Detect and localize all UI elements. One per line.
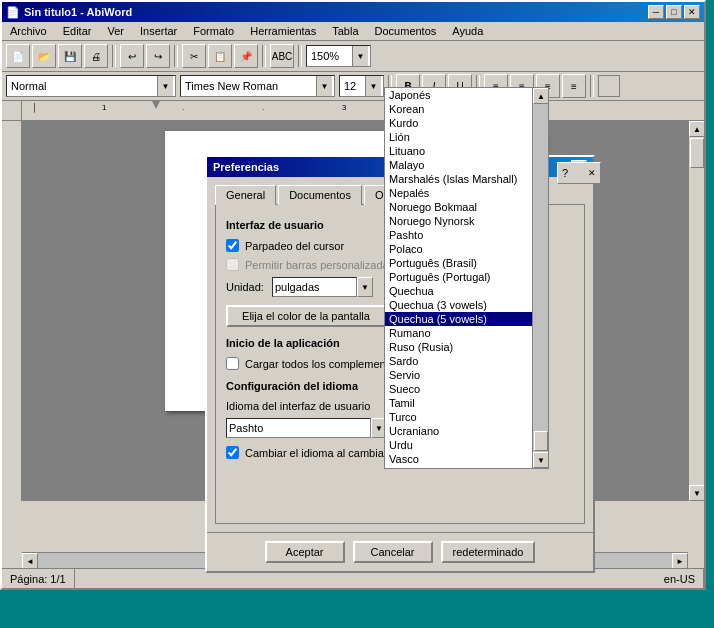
lang-sardo[interactable]: Sardo: [385, 354, 532, 368]
lang-nepales[interactable]: Nepalés: [385, 186, 532, 200]
zoom-combo[interactable]: 150% ▼: [306, 45, 371, 67]
lang-noruego-bokmaal[interactable]: Noruego Bokmaal: [385, 200, 532, 214]
custom-toolbars-label: Permitir barras personalizadas: [245, 259, 394, 271]
menu-archivo[interactable]: Archivo: [6, 24, 51, 38]
help-icon[interactable]: ?: [562, 167, 568, 179]
ruler-cursor: [152, 101, 160, 117]
scroll-left-button[interactable]: ◄: [22, 553, 38, 569]
lang-pashto[interactable]: Pashto: [385, 228, 532, 242]
units-select-arrow[interactable]: ▼: [357, 277, 373, 297]
menu-tabla[interactable]: Tabla: [328, 24, 362, 38]
lang-portugues-portugal[interactable]: Português (Portugal): [385, 270, 532, 284]
ruler-area: │ 1 . . 3: [2, 101, 704, 121]
undo-button[interactable]: ↩: [120, 44, 144, 68]
font-arrow-icon[interactable]: ▼: [316, 76, 332, 96]
lang-urdu[interactable]: Urdu: [385, 438, 532, 452]
scroll-right-button[interactable]: ►: [672, 553, 688, 569]
save-button[interactable]: 💾: [58, 44, 82, 68]
cursor-blink-checkbox[interactable]: [226, 239, 239, 252]
open-button[interactable]: 📂: [32, 44, 56, 68]
menu-formato[interactable]: Formato: [189, 24, 238, 38]
lang-tamil[interactable]: Tamil: [385, 396, 532, 410]
cancel-button[interactable]: Cancelar: [353, 541, 433, 563]
print-button[interactable]: 🖨: [84, 44, 108, 68]
page-status: Página: 1/1: [2, 569, 75, 588]
lang-quechua-3[interactable]: Quechua (3 vowels): [385, 298, 532, 312]
lang-noruego-nynorsk[interactable]: Noruego Nynorsk: [385, 214, 532, 228]
lang-turco[interactable]: Turco: [385, 410, 532, 424]
scroll-down-button[interactable]: ▼: [689, 485, 704, 501]
cut-button[interactable]: ✂: [182, 44, 206, 68]
menu-ver[interactable]: Ver: [103, 24, 128, 38]
copy-button[interactable]: 📋: [208, 44, 232, 68]
lang-polaco[interactable]: Polaco: [385, 242, 532, 256]
ruler-corner: [2, 101, 22, 121]
lang-vietnamita[interactable]: Vietnamita: [385, 466, 532, 468]
font-value: Times New Roman: [183, 80, 316, 92]
ui-lang-label: Idioma del interfaz de usuario: [226, 400, 370, 412]
tab-documentos[interactable]: Documentos: [278, 185, 362, 205]
lang-japones[interactable]: Japonés: [385, 88, 532, 102]
menu-documentos[interactable]: Documentos: [371, 24, 441, 38]
dropdown-scroll-down[interactable]: ▼: [533, 452, 548, 468]
lang-portugues-brasil[interactable]: Português (Brasil): [385, 256, 532, 270]
lang-lituano[interactable]: Lituano: [385, 144, 532, 158]
size-arrow-icon[interactable]: ▼: [365, 76, 381, 96]
lang-malayo[interactable]: Malayo: [385, 158, 532, 172]
lang-servio[interactable]: Servio: [385, 368, 532, 382]
dropdown-scroll-up[interactable]: ▲: [533, 88, 548, 104]
ruler-label-1: │: [32, 103, 37, 112]
units-select-wrap: pulgadas ▼: [272, 277, 373, 297]
ui-lang-value: Pashto: [229, 422, 263, 434]
paste-button[interactable]: 📌: [234, 44, 258, 68]
ruler-label-4: .: [262, 103, 264, 112]
color-button[interactable]: [598, 75, 620, 97]
lang-rumano[interactable]: Rumano: [385, 326, 532, 340]
style-combo[interactable]: Normal ▼: [6, 75, 176, 97]
dropdown-scroll-thumb[interactable]: [534, 431, 548, 451]
menu-insertar[interactable]: Insertar: [136, 24, 181, 38]
ruler-label-5: 3: [342, 103, 346, 112]
lang-ucraniano[interactable]: Ucraniano: [385, 424, 532, 438]
font-combo[interactable]: Times New Roman ▼: [180, 75, 335, 97]
close-button[interactable]: ✕: [684, 5, 700, 19]
load-plugins-checkbox[interactable]: [226, 357, 239, 370]
change-lang-checkbox[interactable]: [226, 446, 239, 459]
ruler: │ 1 . . 3: [22, 101, 704, 121]
redo-button[interactable]: ↪: [146, 44, 170, 68]
scrollbar-thumb[interactable]: [690, 138, 704, 168]
spellcheck-button[interactable]: ABC: [270, 44, 294, 68]
maximize-button[interactable]: □: [666, 5, 682, 19]
reset-button[interactable]: redeterminado: [441, 541, 536, 563]
load-plugins-label: Cargar todos los complemento: [245, 358, 395, 370]
style-arrow-icon[interactable]: ▼: [157, 76, 173, 96]
help-close-icon[interactable]: ✕: [588, 168, 596, 178]
color-button[interactable]: Elija el color de la pantalla: [226, 305, 386, 327]
lang-kurdo[interactable]: Kurdo: [385, 116, 532, 130]
lang-quechua[interactable]: Quechua: [385, 284, 532, 298]
zoom-arrow-icon[interactable]: ▼: [352, 46, 368, 66]
menu-herramientas[interactable]: Herramientas: [246, 24, 320, 38]
units-select[interactable]: pulgadas: [272, 277, 357, 297]
lang-lion[interactable]: Lión: [385, 130, 532, 144]
dialog-buttons: Aceptar Cancelar redeterminado: [207, 532, 593, 571]
minimize-button[interactable]: ─: [648, 5, 664, 19]
custom-toolbars-checkbox[interactable]: [226, 258, 239, 271]
tab-general[interactable]: General: [215, 185, 276, 205]
ui-lang-select[interactable]: Pashto: [226, 418, 371, 438]
menu-editar[interactable]: Editar: [59, 24, 96, 38]
lang-vasco[interactable]: Vasco: [385, 452, 532, 466]
lang-sueco[interactable]: Sueco: [385, 382, 532, 396]
lang-quechua-5[interactable]: Quechua (5 vowels): [385, 312, 532, 326]
justify-button[interactable]: ≡: [562, 74, 586, 98]
language-status: en-US: [656, 569, 704, 588]
menu-ayuda[interactable]: Ayuda: [448, 24, 487, 38]
lang-ruso[interactable]: Ruso (Rusia): [385, 340, 532, 354]
scroll-up-button[interactable]: ▲: [689, 121, 704, 137]
window-icon: 📄: [6, 6, 20, 19]
accept-button[interactable]: Aceptar: [265, 541, 345, 563]
lang-korean[interactable]: Korean: [385, 102, 532, 116]
lang-marshales[interactable]: Marshalés (Islas Marshall): [385, 172, 532, 186]
size-combo[interactable]: 12 ▼: [339, 75, 384, 97]
new-button[interactable]: 📄: [6, 44, 30, 68]
